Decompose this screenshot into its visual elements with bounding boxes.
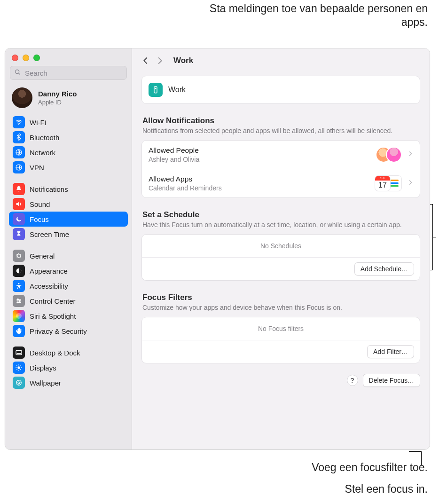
wallpaper-icon (13, 377, 25, 389)
sidebar-list: Wi-FiBluetoothNetworkVPNNotificationsSou… (5, 115, 132, 395)
sidebar-item-control-center[interactable]: Control Center (9, 293, 128, 308)
profile-name: Danny Rico (38, 90, 77, 98)
annotation-set-focus: Stel een focus in. (345, 482, 428, 496)
sidebar-item-vpn[interactable]: VPN (9, 160, 128, 175)
hand-icon (13, 325, 25, 337)
calendar-icon: JUL 17 (375, 175, 391, 191)
sidebar-item-notifications[interactable]: Notifications (9, 181, 128, 197)
sidebar-item-label: Privacy & Security (30, 327, 87, 335)
svg-line-24 (16, 369, 17, 370)
sidebar-item-sound[interactable]: Sound (9, 197, 128, 212)
footer-actions: ? Delete Focus… (141, 374, 420, 387)
chevron-right-icon (408, 179, 413, 188)
svg-point-28 (155, 88, 157, 89)
sidebar-item-bluetooth[interactable]: Bluetooth (9, 130, 128, 145)
sidebar-item-siri-spotlight[interactable]: Siri & Spotlight (9, 308, 128, 323)
sidebar-item-network[interactable]: Network (9, 145, 128, 160)
settings-window: Danny Rico Apple ID Wi-FiBluetoothNetwor… (5, 48, 430, 450)
sidebar-item-label: Bluetooth (30, 134, 59, 142)
sidebar-item-label: Network (30, 149, 55, 157)
svg-rect-15 (16, 353, 21, 354)
close-window-button[interactable] (12, 55, 18, 61)
leader-line (421, 451, 422, 465)
sidebar-item-appearance[interactable]: Appearance (9, 263, 128, 278)
app-icons: JUL 17 (375, 175, 402, 191)
sidebar-item-wi-fi[interactable]: Wi-Fi (9, 115, 128, 130)
search-input[interactable] (24, 69, 123, 78)
sidebar-item-label: VPN (30, 164, 44, 172)
empty-filters: No Focus filters (142, 317, 420, 340)
leader-line (432, 237, 436, 237)
window-controls (5, 48, 132, 64)
page-title: Work (173, 56, 193, 65)
people-avatars (376, 147, 402, 163)
sidebar: Danny Rico Apple ID Wi-FiBluetoothNetwor… (5, 48, 132, 449)
svg-point-6 (18, 283, 20, 284)
search-field[interactable] (10, 66, 127, 80)
svg-rect-27 (154, 87, 157, 93)
add-schedule-button[interactable]: Add Schedule… (354, 262, 414, 276)
sidebar-item-label: Sound (30, 200, 50, 208)
hourglass-icon (13, 228, 25, 240)
sidebar-item-label: Wi-Fi (30, 118, 46, 126)
zoom-window-button[interactable] (33, 55, 40, 61)
sidebar-item-privacy-security[interactable]: Privacy & Security (9, 323, 128, 339)
sidebar-item-label: Accessibility (30, 282, 68, 290)
empty-schedules: No Schedules (142, 235, 420, 258)
row-subtitle: Ashley and Olivia (149, 156, 370, 163)
focus-name: Work (168, 86, 186, 94)
section-description: Customize how your apps and device behav… (142, 303, 419, 312)
allowed-apps-row[interactable]: Allowed Apps Calendar and Reminders JUL … (142, 169, 420, 197)
row-subtitle: Calendar and Reminders (149, 184, 369, 192)
content-pane: Work Work Allow Notifications Notificati… (132, 48, 430, 449)
svg-point-16 (17, 366, 20, 369)
bell-icon (13, 183, 25, 195)
network-icon (13, 146, 25, 158)
sidebar-item-general[interactable]: General (9, 248, 128, 263)
wifi-icon (13, 116, 25, 128)
svg-point-11 (19, 300, 21, 302)
svg-point-25 (18, 382, 20, 384)
bluetooth-icon (13, 131, 25, 143)
badge-icon (149, 83, 163, 97)
sidebar-item-label: Notifications (30, 185, 68, 193)
sidebar-item-wallpaper[interactable]: Wallpaper (9, 375, 128, 390)
sidebar-item-label: Screen Time (30, 230, 69, 238)
svg-line-1 (19, 73, 20, 74)
minimize-window-button[interactable] (23, 55, 29, 61)
profile-sub: Apple ID (38, 99, 77, 106)
allowed-people-row[interactable]: Allowed People Ashley and Olivia (142, 141, 420, 169)
add-filter-button[interactable]: Add Filter… (367, 345, 414, 358)
forward-button[interactable] (156, 56, 164, 65)
annotation-top: Sta meldingen toe van bepaalde personen … (183, 2, 428, 29)
section-allow-notifications: Allow Notifications Notifications from s… (141, 116, 420, 198)
focus-hero-row[interactable]: Work (141, 76, 420, 104)
gear-icon (13, 250, 25, 262)
sidebar-item-desktop-dock[interactable]: Desktop & Dock (9, 345, 128, 360)
section-description: Have this Focus turn on automatically at… (142, 220, 419, 229)
sidebar-item-accessibility[interactable]: Accessibility (9, 278, 128, 293)
section-description: Notifications from selected people and a… (142, 126, 419, 135)
help-button[interactable]: ? (347, 375, 358, 386)
sidebar-item-label: Siri & Spotlight (30, 312, 76, 320)
sidebar-item-screen-time[interactable]: Screen Time (9, 227, 128, 242)
sidebar-item-displays[interactable]: Displays (9, 360, 128, 375)
sidebar-item-focus[interactable]: Focus (9, 212, 128, 227)
section-focus-filters: Focus Filters Customize how your apps an… (141, 293, 420, 363)
search-icon (14, 69, 21, 78)
section-heading: Focus Filters (142, 293, 419, 302)
annotation-add-filter: Voeg een focusfilter toe. (312, 461, 428, 474)
delete-focus-button[interactable]: Delete Focus… (363, 374, 420, 387)
back-button[interactable] (141, 56, 150, 65)
section-heading: Set a Schedule (142, 210, 419, 220)
sidebar-item-label: Wallpaper (30, 379, 61, 387)
svg-line-22 (20, 369, 21, 370)
apple-id-row[interactable]: Danny Rico Apple ID (5, 85, 132, 115)
svg-point-13 (16, 313, 22, 319)
row-title: Allowed Apps (149, 175, 369, 183)
sidebar-item-label: Appearance (30, 267, 68, 275)
sliders-icon (13, 295, 25, 307)
svg-point-2 (18, 124, 19, 125)
row-title: Allowed People (149, 146, 370, 155)
chevron-right-icon (408, 150, 413, 159)
